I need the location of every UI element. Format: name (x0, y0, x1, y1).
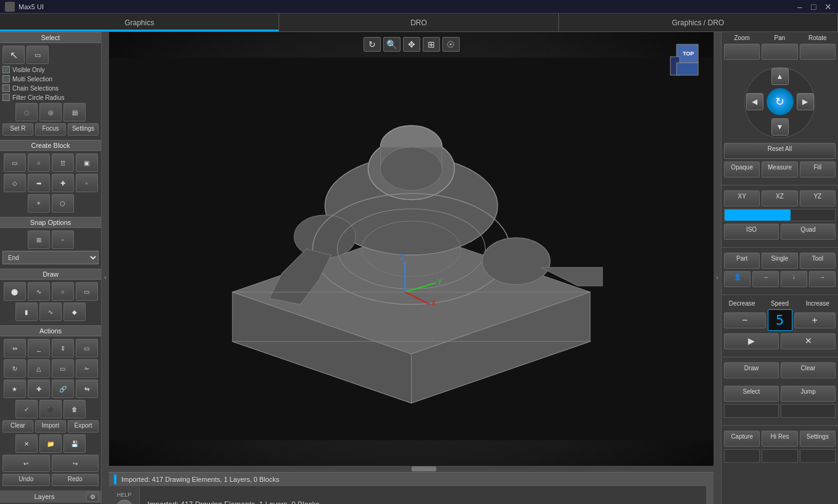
decrease-speed-button[interactable]: − (724, 312, 766, 328)
pin-shape-button[interactable]: ⌖ (28, 194, 50, 213)
cross-shape-button[interactable]: ✚ (52, 174, 74, 192)
redo-button[interactable]: Redo (52, 474, 99, 486)
select-input[interactable] (724, 404, 779, 418)
cancel-circle-button[interactable]: ⚫ (39, 400, 62, 418)
tab-dro[interactable]: DRO (279, 14, 558, 31)
tab-graphics-dro[interactable]: Graphics / DRO (559, 14, 838, 31)
select-arrow-button[interactable]: ↖ (2, 46, 25, 64)
branch-button[interactable]: ⇆ (76, 380, 98, 398)
crosshair-button[interactable]: ✚ (28, 380, 50, 398)
arrow-right2-button[interactable]: → (809, 271, 836, 287)
set-r-button[interactable]: Set R (2, 123, 33, 136)
yz-button[interactable]: YZ (800, 190, 836, 206)
xy-button[interactable]: XY (724, 190, 760, 206)
viewport-horizontal-scrollbar[interactable] (109, 466, 714, 472)
tool-button[interactable]: Tool (800, 253, 836, 269)
clear-icon-button[interactable]: ✕ (15, 434, 38, 453)
draw-spline-button[interactable]: ∿ (39, 303, 62, 321)
select-rect-button[interactable]: ▭ (26, 46, 49, 64)
clear-button[interactable]: Clear (2, 420, 33, 433)
snap-grid-button[interactable]: ⊞ (28, 230, 50, 249)
snap-point-button[interactable]: ▫ (52, 230, 74, 249)
filter-circle-checkbox[interactable]: Filter Circle Radius (2, 94, 64, 101)
set-r-icon-btn[interactable]: ◌ (15, 103, 38, 121)
import-icon-button[interactable]: 📁 (39, 434, 62, 453)
grid-viewport-button[interactable]: ⊞ (423, 37, 440, 52)
check-button[interactable]: ✓ (15, 400, 38, 418)
mirror-v-button[interactable]: ⇕ (52, 339, 74, 357)
zoom-button[interactable] (724, 44, 760, 60)
quad-button[interactable]: Quad (781, 224, 836, 240)
chain-selections-cb[interactable] (2, 84, 10, 92)
line-button[interactable]: ⎯ (28, 339, 50, 357)
export-button[interactable]: Export (68, 420, 99, 433)
draw-rect-button[interactable]: ▭ (76, 282, 98, 301)
visible-only-cb[interactable] (2, 66, 10, 73)
fill-button[interactable]: Fill (800, 161, 836, 177)
rect-shape-button[interactable]: ▭ (4, 153, 26, 172)
capture-settings-button[interactable]: Settings (800, 431, 836, 447)
angle-button[interactable]: △ (28, 359, 50, 378)
reset-all-button[interactable]: Reset All (724, 143, 836, 159)
maximize-button[interactable]: □ (811, 2, 820, 11)
help-button[interactable]: ? (116, 500, 133, 504)
link-button[interactable]: 🔗 (52, 380, 74, 398)
trash-button[interactable]: 🗑 (63, 400, 86, 418)
chain-selections-checkbox[interactable]: Chain Selections (2, 84, 59, 92)
multi-selection-checkbox[interactable]: Multi Selection (2, 75, 52, 83)
cube-navigator[interactable]: TOP (667, 41, 704, 78)
clear-action-button[interactable]: Clear (781, 362, 836, 378)
left-collapse-handle[interactable]: ‹ (102, 32, 109, 504)
xz-button[interactable]: XZ (762, 190, 797, 206)
scissors-button[interactable]: ✁ (76, 359, 98, 378)
jump-button[interactable]: Jump (781, 386, 836, 402)
undo-button[interactable]: Undo (2, 474, 50, 486)
opaque-button[interactable]: Opaque (724, 161, 760, 177)
redo-icon-button[interactable]: ↪ (52, 455, 99, 472)
settings-button[interactable]: Settings (68, 123, 99, 136)
undo-viewport-button[interactable]: ↻ (364, 37, 381, 52)
rotate-button[interactable] (800, 44, 836, 60)
cursor-viewport-button[interactable]: ☉ (442, 37, 460, 52)
right-collapse-handle[interactable]: › (714, 32, 721, 504)
multi-selection-cb[interactable] (2, 75, 10, 83)
filter-circle-cb[interactable] (2, 94, 10, 101)
increase-speed-button[interactable]: + (794, 312, 836, 328)
viewport-3d[interactable]: Z Y X ↻ 🔍 ✥ ⊞ (109, 32, 714, 466)
capture-input3[interactable] (800, 449, 836, 463)
rotate-action-button[interactable]: ↻ (4, 359, 26, 378)
arrow-right-button[interactable]: → (752, 271, 779, 287)
stop-button[interactable]: ✕ (781, 333, 836, 349)
play-button[interactable]: ▶ (724, 333, 779, 349)
zoom-viewport-button[interactable]: 🔍 (383, 37, 401, 52)
box3d-shape-button[interactable]: ▫ (76, 174, 98, 192)
arrow-shape-button[interactable]: ➡ (28, 174, 50, 192)
capture-input1[interactable] (724, 449, 760, 463)
export-icon-button[interactable]: 💾 (63, 434, 86, 453)
cube-shape-button[interactable]: ▣ (76, 153, 98, 172)
dpad-up-button[interactable]: ▲ (771, 68, 789, 85)
rect-action-button[interactable]: ▭ (52, 359, 74, 378)
arrow-down-button[interactable]: ↓ (781, 271, 807, 287)
tab-graphics[interactable]: Graphics (0, 14, 279, 31)
iso-button[interactable]: ISO (724, 224, 779, 240)
frame-button[interactable]: ▭ (76, 339, 98, 357)
star-button[interactable]: ★ (4, 380, 26, 398)
mirror-h-button[interactable]: ⇔ (4, 339, 26, 357)
hi-res-button[interactable]: Hi Res (762, 431, 797, 447)
move-viewport-button[interactable]: ✥ (403, 37, 420, 52)
capture-input2[interactable] (762, 449, 797, 463)
circle-shape-button[interactable]: ○ (28, 153, 50, 172)
draw-action-button[interactable]: Draw (724, 362, 779, 378)
hex-shape-button[interactable]: ⬡ (52, 194, 74, 213)
measure-button[interactable]: Measure (762, 161, 797, 177)
draw-arc-button[interactable]: ∿ (28, 282, 50, 301)
visible-only-checkbox[interactable]: Visible Only (2, 66, 45, 73)
dpad-center-button[interactable]: ↻ (767, 88, 794, 115)
select-action-button[interactable]: Select (724, 386, 779, 402)
draw-point-button[interactable]: ⬤ (4, 282, 26, 301)
close-button[interactable]: ✕ (824, 2, 833, 11)
viewport[interactable]: Z Y X ↻ 🔍 ✥ ⊞ (109, 32, 714, 466)
single-button[interactable]: Single (762, 253, 797, 269)
capture-button[interactable]: Capture (724, 431, 760, 447)
